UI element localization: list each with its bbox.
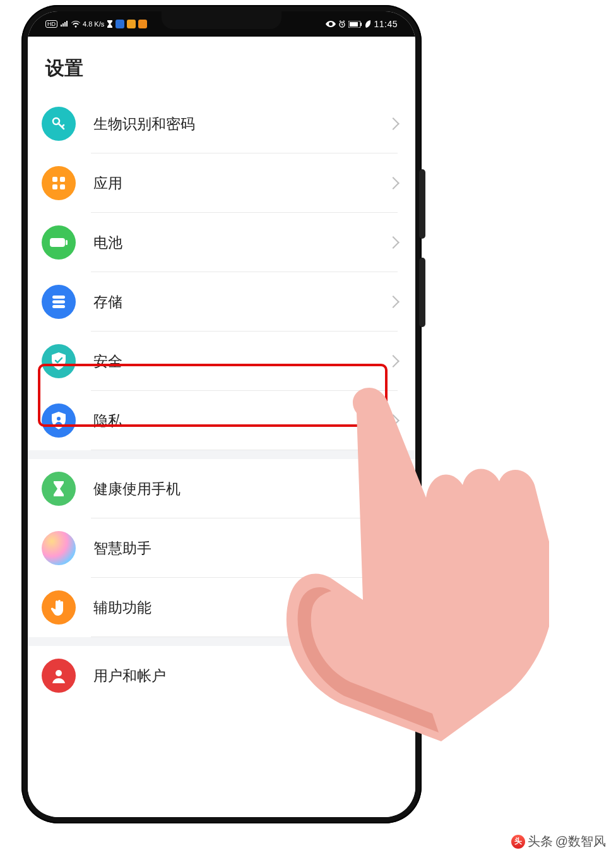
settings-list: 生物识别和密码 应用 电池 xyxy=(28,94,415,817)
attribution: 头 头条 @数智风 xyxy=(511,833,606,850)
svg-rect-6 xyxy=(60,177,65,182)
hourglass-icon xyxy=(107,20,113,28)
hd-badge: HD xyxy=(45,20,57,28)
user-icon xyxy=(42,659,76,693)
assistant-icon xyxy=(42,531,76,565)
chevron-right-icon xyxy=(387,601,400,614)
app-indicator-icon xyxy=(127,20,136,28)
chevron-right-icon xyxy=(387,482,400,495)
chevron-right-icon xyxy=(387,414,400,427)
settings-item-apps[interactable]: 应用 xyxy=(28,153,415,213)
settings-item-battery[interactable]: 电池 xyxy=(28,213,415,272)
chevron-right-icon xyxy=(387,542,400,554)
svg-rect-5 xyxy=(52,177,57,182)
app-indicator-icon xyxy=(138,20,147,28)
speed-text: 4.8 K/s xyxy=(83,20,104,28)
chevron-right-icon xyxy=(387,296,400,308)
svg-rect-13 xyxy=(52,305,65,308)
chevron-right-icon xyxy=(387,355,400,368)
battery-icon xyxy=(348,21,362,28)
svg-rect-7 xyxy=(52,184,57,189)
chevron-right-icon xyxy=(387,236,400,249)
shield-icon xyxy=(42,344,76,378)
key-icon xyxy=(42,107,76,141)
phone-frame: HD 4.8 K/s xyxy=(21,5,422,823)
battery-icon xyxy=(42,225,76,260)
svg-rect-3 xyxy=(350,22,358,27)
phone-screen: HD 4.8 K/s xyxy=(28,11,415,817)
hourglass-icon xyxy=(42,472,76,506)
chevron-right-icon xyxy=(387,669,400,682)
attribution-prefix: 头条 xyxy=(528,833,553,850)
signal-icon xyxy=(60,21,69,27)
leaf-icon xyxy=(365,20,371,28)
svg-rect-12 xyxy=(52,301,65,304)
settings-item-label: 隐私 xyxy=(93,411,389,431)
side-button xyxy=(419,258,425,327)
svg-rect-11 xyxy=(52,296,65,299)
settings-item-label: 电池 xyxy=(93,233,389,253)
wifi-icon xyxy=(71,21,80,28)
settings-screen: 设置 生物识别和密码 应用 xyxy=(28,37,415,817)
alarm-icon xyxy=(338,20,346,28)
settings-item-accessibility[interactable]: 辅助功能 xyxy=(28,578,415,637)
svg-rect-8 xyxy=(60,184,65,189)
app-indicator-icon xyxy=(116,20,124,28)
settings-item-label: 应用 xyxy=(93,174,389,193)
settings-item-label: 存储 xyxy=(93,292,389,312)
settings-item-security[interactable]: 安全 xyxy=(28,332,415,391)
svg-point-15 xyxy=(56,670,62,676)
settings-item-label: 辅助功能 xyxy=(93,598,389,618)
storage-icon xyxy=(42,285,76,319)
settings-item-label: 健康使用手机 xyxy=(93,479,389,499)
settings-item-digital-balance[interactable]: 健康使用手机 xyxy=(28,459,415,518)
hand-icon xyxy=(42,590,76,625)
svg-rect-2 xyxy=(360,23,362,26)
settings-item-label: 安全 xyxy=(93,352,389,371)
settings-item-biometrics[interactable]: 生物识别和密码 xyxy=(28,94,415,153)
apps-icon xyxy=(42,166,76,200)
svg-point-14 xyxy=(57,417,61,421)
settings-item-label: 智慧助手 xyxy=(93,539,389,558)
toutiao-icon: 头 xyxy=(511,835,525,849)
phone-notch xyxy=(162,11,281,29)
privacy-icon xyxy=(42,404,76,438)
settings-item-label: 用户和帐户 xyxy=(93,666,389,686)
svg-rect-9 xyxy=(50,238,65,247)
settings-item-storage[interactable]: 存储 xyxy=(28,272,415,332)
settings-item-users-accounts[interactable]: 用户和帐户 xyxy=(28,646,415,705)
settings-item-label: 生物识别和密码 xyxy=(93,114,389,134)
chevron-right-icon xyxy=(387,177,400,189)
settings-item-assistant[interactable]: 智慧助手 xyxy=(28,518,415,578)
group-divider xyxy=(28,450,415,459)
eye-icon xyxy=(326,21,336,27)
clock-text: 11:45 xyxy=(374,19,398,29)
side-button xyxy=(419,169,425,239)
chevron-right-icon xyxy=(387,117,400,130)
svg-rect-10 xyxy=(66,240,68,245)
page-title: 设置 xyxy=(28,37,415,94)
attribution-handle: @数智风 xyxy=(555,833,606,850)
group-divider xyxy=(28,637,415,646)
settings-item-privacy[interactable]: 隐私 xyxy=(28,391,415,450)
